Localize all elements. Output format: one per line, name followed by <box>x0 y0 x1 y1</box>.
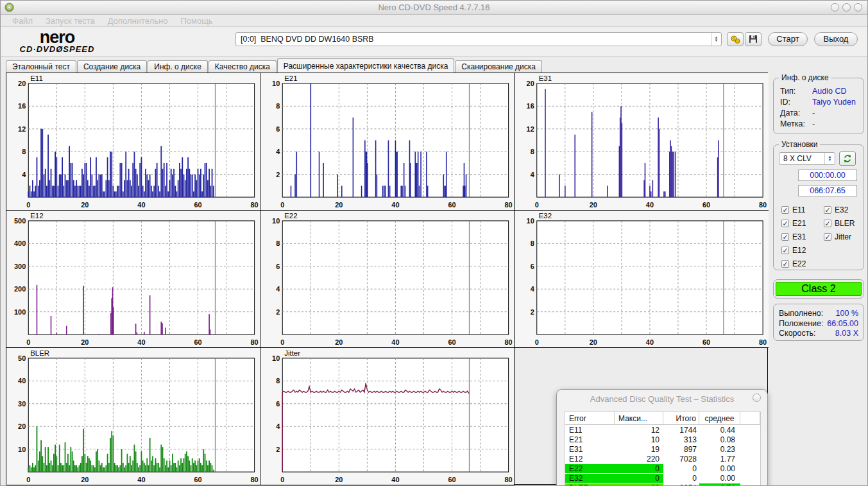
svg-text:60: 60 <box>448 201 455 209</box>
disc-info-row: Тип:Audio CD <box>780 86 858 97</box>
status-row-положение: Положение:66:05.00 <box>779 319 858 329</box>
checkbox-e12[interactable]: ✓E12 <box>781 243 806 257</box>
svg-text:40: 40 <box>391 201 399 209</box>
checkbox-bler[interactable]: ✓BLER <box>824 216 855 230</box>
svg-text:E31: E31 <box>539 74 552 82</box>
exit-button[interactable]: Выход <box>814 32 858 46</box>
disc-info-row: ID:Taiyo Yuden <box>780 97 858 108</box>
status-row-выполнено: Выполнено:100 % <box>779 309 858 319</box>
menu-item-дополнительно[interactable]: Дополнительно <box>103 16 173 26</box>
chart-e32: 246810020406080E32 <box>515 211 769 348</box>
svg-text:60: 60 <box>702 338 710 346</box>
svg-text:0: 0 <box>280 338 284 346</box>
header-toolbar: nero CD·DVDØSPEED [0:0] BENQ DVD DD DW16… <box>1 27 867 57</box>
svg-text:20: 20 <box>335 338 343 346</box>
cell-average-value: 0.00 <box>699 464 740 473</box>
svg-text:20: 20 <box>590 201 597 209</box>
dialog-close-circle[interactable] <box>753 394 761 402</box>
svg-text:500: 500 <box>14 217 26 225</box>
svg-text:0: 0 <box>535 201 539 209</box>
svg-text:E22: E22 <box>284 212 297 220</box>
svg-text:Jitter: Jitter <box>284 349 300 357</box>
cell-max-value: 20 <box>615 483 663 486</box>
checkbox-e32[interactable]: ✓E32 <box>824 203 855 216</box>
menu-item-файл[interactable]: Файл <box>7 16 38 26</box>
svg-text:30: 30 <box>18 400 26 408</box>
checkbox-label: E21 <box>792 219 806 228</box>
svg-text:40: 40 <box>18 377 26 385</box>
checkbox-e22[interactable]: ✓E22 <box>781 257 806 270</box>
svg-text:60: 60 <box>194 476 201 483</box>
speed-select[interactable]: 8 X CLV ▲▼ <box>779 152 835 165</box>
checkbox-label: BLER <box>835 219 855 228</box>
checkbox-e11[interactable]: ✓E11 <box>781 203 806 216</box>
svg-text:40: 40 <box>391 338 399 346</box>
tab-качество-диска[interactable]: Качество диска <box>208 60 277 73</box>
svg-text:16: 16 <box>18 102 26 110</box>
cell-total-value: 2954 <box>663 483 699 486</box>
save-button[interactable] <box>745 32 762 46</box>
disc-info-row: Дата:- <box>780 108 858 119</box>
svg-text:E11: E11 <box>30 74 43 82</box>
tab-сканирование-диска[interactable]: Сканирование диска <box>455 60 542 73</box>
svg-text:60: 60 <box>194 338 201 346</box>
menu-item-запуск-теста[interactable]: Запуск теста <box>40 16 100 26</box>
tab-эталонный-тест[interactable]: Эталонный тест <box>6 60 76 73</box>
drive-select-spinner[interactable]: ▲▼ <box>711 33 721 46</box>
svg-text:400: 400 <box>14 239 26 247</box>
svg-text:60: 60 <box>448 476 455 483</box>
window-minimize-button[interactable] <box>831 3 839 12</box>
time-end-field[interactable]: 066:07.65 <box>798 185 857 196</box>
refresh-button[interactable] <box>839 152 856 166</box>
svg-text:20: 20 <box>590 338 597 346</box>
checkbox-e21[interactable]: ✓E21 <box>781 216 806 230</box>
checkbox-check-icon: ✓ <box>781 220 789 227</box>
cell-error-name: BLER <box>565 483 615 486</box>
settings-group: Установки 8 X CLV ▲▼ <box>773 144 864 270</box>
svg-text:10: 10 <box>272 80 280 87</box>
svg-text:16: 16 <box>527 102 534 110</box>
tab-инф-о-диске[interactable]: Инф. о диске <box>148 60 208 73</box>
svg-text:4: 4 <box>276 148 280 155</box>
tab-создание-диска[interactable]: Создание диска <box>77 60 147 73</box>
svg-text:80: 80 <box>505 201 513 209</box>
start-button[interactable]: Старт <box>768 32 808 46</box>
speed-select-spinner[interactable]: ▲▼ <box>824 153 835 164</box>
cell-error-name: E31 <box>565 445 615 454</box>
window-maximize-button[interactable] <box>842 3 851 12</box>
main-area: 48121620020406080E11 246810020406080E21 … <box>1 73 868 486</box>
table-row-e31: E31198970.23 <box>565 444 760 454</box>
window-close-button[interactable] <box>854 3 862 12</box>
svg-text:60: 60 <box>702 201 710 209</box>
svg-text:8: 8 <box>22 148 26 155</box>
svg-text:20: 20 <box>18 422 26 430</box>
svg-text:300: 300 <box>14 263 26 270</box>
cell-total-value: 7028 <box>663 455 699 464</box>
checkbox-label: E31 <box>792 232 806 241</box>
nero-logo: nero CD·DVDØSPEED <box>6 30 108 53</box>
cell-average-value: 0.23 <box>699 445 740 454</box>
svg-text:8: 8 <box>531 239 534 247</box>
svg-text:10: 10 <box>18 446 26 453</box>
cell-error-name: E11 <box>565 426 615 435</box>
checkbox-check-icon: ✓ <box>781 233 789 241</box>
svg-text:E32: E32 <box>539 212 552 220</box>
svg-text:4: 4 <box>276 285 280 293</box>
checkbox-label: E22 <box>792 259 806 268</box>
status-value: 100 % <box>836 309 858 319</box>
menu-item-помощь[interactable]: Помощь <box>175 16 217 26</box>
tab-расширенные-характеристики-качества-диска[interactable]: Расширенные характеристики качества диск… <box>277 58 455 73</box>
options-button[interactable] <box>727 32 744 46</box>
disc-info-label: Метка: <box>780 119 812 130</box>
drive-select[interactable]: [0:0] BENQ DVD DD DW1640 BSRB ▲▼ <box>235 32 722 46</box>
checkbox-jitter[interactable]: ✓Jitter <box>824 230 855 243</box>
cell-error-name: E12 <box>565 455 615 464</box>
svg-text:8: 8 <box>276 377 280 385</box>
checkbox-e31[interactable]: ✓E31 <box>781 230 806 243</box>
svg-text:40: 40 <box>137 338 145 346</box>
table-row-bler: BLER2029540.74 <box>565 483 760 486</box>
svg-text:10: 10 <box>272 217 280 225</box>
time-start-field[interactable]: 000:00.00 <box>798 169 857 181</box>
disc-info-value: - <box>812 119 815 130</box>
status-label: Положение: <box>779 319 824 329</box>
